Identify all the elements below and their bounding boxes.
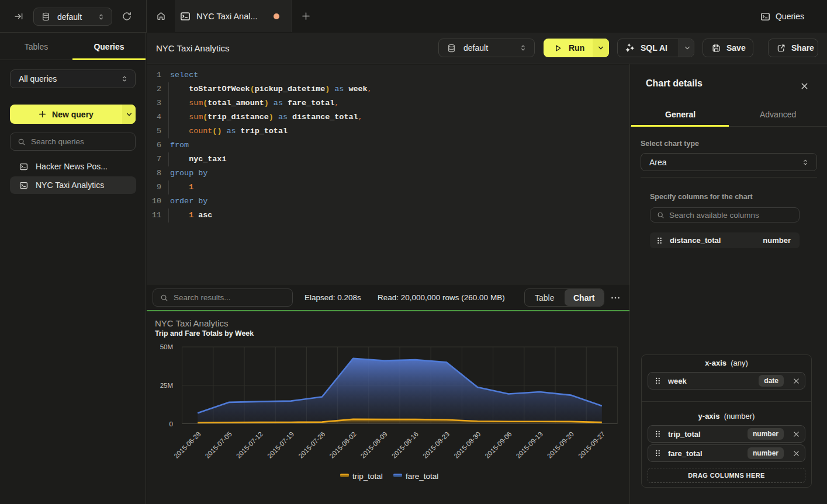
svg-text:2015-07-12: 2015-07-12 bbox=[235, 430, 264, 460]
svg-text:fare_total: fare_total bbox=[406, 472, 438, 481]
svg-text:2015-08-02: 2015-08-02 bbox=[328, 430, 358, 460]
svg-text:2015-09-27: 2015-09-27 bbox=[577, 430, 606, 460]
svg-text:2015-06-28: 2015-06-28 bbox=[173, 430, 202, 460]
svg-text:2015-09-06: 2015-09-06 bbox=[484, 430, 513, 460]
svg-text:2015-07-19: 2015-07-19 bbox=[266, 430, 295, 460]
svg-text:2015-07-26: 2015-07-26 bbox=[297, 430, 326, 460]
svg-text:2015-08-30: 2015-08-30 bbox=[452, 430, 482, 460]
svg-text:2015-08-16: 2015-08-16 bbox=[390, 430, 420, 460]
svg-text:trip_total: trip_total bbox=[352, 472, 383, 481]
svg-text:2015-07-05: 2015-07-05 bbox=[204, 430, 233, 460]
svg-text:2015-09-13: 2015-09-13 bbox=[515, 430, 544, 460]
svg-text:50M: 50M bbox=[160, 343, 173, 350]
svg-text:2015-08-09: 2015-08-09 bbox=[359, 430, 389, 460]
svg-text:25M: 25M bbox=[160, 382, 173, 389]
svg-text:2015-09-20: 2015-09-20 bbox=[546, 430, 575, 460]
svg-text:2015-08-23: 2015-08-23 bbox=[421, 430, 451, 460]
svg-text:0: 0 bbox=[169, 420, 173, 427]
